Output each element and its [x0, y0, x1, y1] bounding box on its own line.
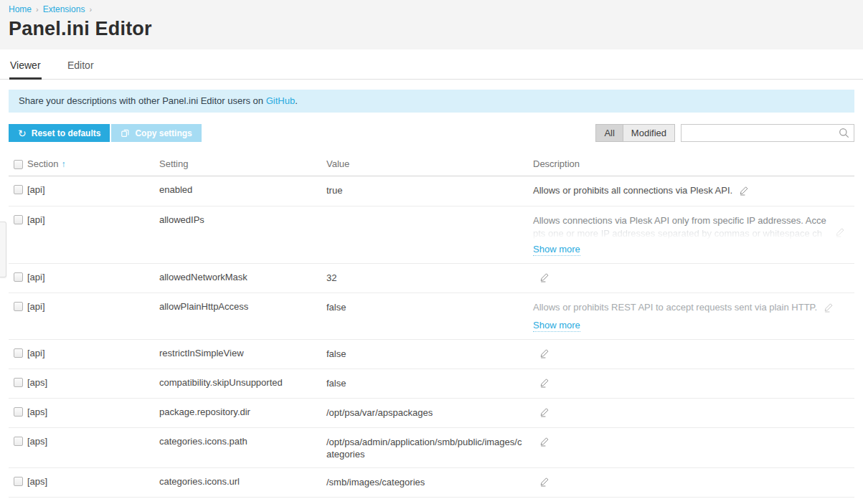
description-cell: Allows or prohibits all connections via … [533, 184, 854, 199]
checkbox-cell [9, 348, 27, 358]
checkbox-cell [9, 476, 27, 486]
table-row: [api]restrictInSimpleViewfalse [9, 340, 854, 369]
setting-cell: package.repository.dir [159, 406, 326, 417]
side-panel-handle[interactable] [0, 222, 6, 277]
row-checkbox[interactable] [14, 407, 23, 417]
value-cell: 32 [326, 272, 533, 284]
description-overflow-line: pts one or more IP addresses separated b… [533, 227, 846, 239]
description-cell [533, 348, 854, 361]
filter-modified-button[interactable]: Modified [623, 124, 675, 142]
table-row: [aps]categories.icons.url/smb/images/cat… [9, 468, 854, 498]
table-row: [api]enabledtrueAllows or prohibits all … [9, 176, 854, 206]
edit-pencil-icon[interactable] [539, 436, 550, 450]
description-cell [533, 406, 854, 420]
setting-cell: enabled [159, 184, 326, 195]
column-header-section[interactable]: Section↑ [27, 158, 159, 169]
setting-cell: allowedNetworkMask [159, 272, 326, 282]
section-cell: [aps] [27, 377, 159, 388]
copy-settings-button[interactable]: Copy settings [111, 124, 201, 142]
search-input[interactable] [681, 124, 854, 142]
edit-pencil-icon[interactable] [539, 476, 550, 490]
section-cell: [aps] [27, 476, 159, 487]
column-header-setting[interactable]: Setting [159, 158, 326, 169]
checkbox-cell [9, 184, 27, 194]
filter-segmented-control: All Modified [595, 124, 675, 142]
table-row: [aps]compatibility.skipUnsupportedfalse [9, 369, 854, 399]
tab-bar: Viewer Editor [0, 49, 863, 80]
section-cell: [api] [27, 272, 159, 282]
edit-pencil-icon[interactable] [835, 227, 846, 239]
toolbar: ↻ Reset to defaults Copy settings All Mo… [9, 124, 854, 142]
setting-cell: categories.icons.path [159, 436, 326, 447]
description-text: Allows connections via Plesk API only fr… [533, 215, 826, 226]
row-checkbox[interactable] [14, 477, 23, 486]
section-cell: [aps] [27, 406, 159, 417]
action-buttons: ↻ Reset to defaults Copy settings [9, 124, 202, 142]
select-all-checkbox[interactable] [14, 160, 23, 169]
edit-pencil-icon[interactable] [539, 348, 550, 361]
show-more-link[interactable]: Show more [533, 243, 580, 256]
edit-pencil-icon[interactable] [824, 302, 834, 315]
info-banner: Share your descriptions with other Panel… [9, 90, 854, 113]
edit-pencil-icon[interactable] [539, 406, 550, 420]
checkbox-cell [9, 301, 27, 311]
copy-button-label: Copy settings [135, 128, 192, 138]
description-text-line: Allows or prohibits all connections via … [533, 184, 846, 199]
checkbox-cell [9, 436, 27, 446]
breadcrumb-home-link[interactable]: Home [9, 4, 32, 14]
value-cell: /opt/psa/admin/application/smb/public/im… [326, 436, 533, 460]
edit-pencil-icon[interactable] [539, 272, 550, 285]
breadcrumb-extensions-link[interactable]: Extensions [43, 4, 85, 14]
row-checkbox[interactable] [14, 272, 23, 282]
github-link[interactable]: GitHub [266, 95, 295, 106]
table-row: [api]allowPlainHttpAccessfalseAllows or … [9, 293, 854, 340]
row-checkbox[interactable] [14, 302, 23, 311]
table-row: [aps]categories.icons.path/opt/psa/admin… [9, 428, 854, 468]
column-header-value[interactable]: Value [326, 158, 533, 169]
reset-icon: ↻ [18, 128, 27, 138]
value-cell: /opt/psa/var/apspackages [326, 406, 533, 419]
setting-cell: restrictInSimpleView [159, 348, 326, 358]
row-checkbox[interactable] [14, 185, 23, 194]
reset-button-label: Reset to defaults [32, 128, 101, 138]
setting-cell: allowPlainHttpAccess [159, 301, 326, 312]
column-header-description[interactable]: Description [533, 158, 854, 169]
search-icon[interactable] [839, 128, 849, 141]
filter-all-button[interactable]: All [595, 124, 623, 142]
section-cell: [api] [27, 184, 159, 195]
value-cell: true [326, 184, 533, 196]
description-text-line: Allows or prohibits REST API to accept r… [533, 301, 846, 315]
breadcrumb-separator: › [89, 5, 92, 14]
table-row: [aps]package.repository.dir/opt/psa/var/… [9, 399, 854, 428]
row-checkbox[interactable] [14, 348, 23, 358]
setting-cell: allowedIPs [159, 214, 326, 225]
sort-ascending-icon: ↑ [61, 159, 65, 169]
row-checkbox[interactable] [14, 437, 23, 446]
edit-pencil-icon[interactable] [739, 185, 750, 199]
setting-cell: compatibility.skipUnsupported [159, 377, 326, 388]
breadcrumb-separator: › [36, 5, 39, 14]
settings-table: Section↑ Setting Value Description [api]… [9, 156, 854, 504]
value-cell: false [326, 377, 533, 389]
checkbox-cell [9, 272, 27, 282]
description-cell [533, 436, 854, 450]
value-cell: false [326, 301, 533, 313]
reset-to-defaults-button[interactable]: ↻ Reset to defaults [9, 124, 110, 142]
tab-viewer[interactable]: Viewer [9, 49, 42, 80]
section-cell: [api] [27, 214, 159, 225]
description-text-line: Allows connections via Plesk API only fr… [533, 214, 846, 227]
edit-pencil-icon[interactable] [539, 377, 550, 391]
show-more-link[interactable]: Show more [533, 319, 580, 332]
section-cell: [api] [27, 348, 159, 358]
table-row: [aps]catalogsCustomizationfalseAllows or… [9, 498, 854, 504]
row-checkbox[interactable] [14, 215, 23, 224]
row-checkbox[interactable] [14, 378, 23, 387]
page-header: Home›Extensions› Panel.ini Editor [0, 0, 863, 49]
setting-cell: categories.icons.url [159, 476, 326, 487]
page-title: Panel.ini Editor [9, 18, 854, 40]
section-cell: [aps] [27, 436, 159, 447]
tab-editor[interactable]: Editor [67, 49, 95, 80]
copy-icon [121, 128, 130, 139]
filter-tools: All Modified [595, 124, 854, 142]
description-cell [533, 377, 854, 391]
